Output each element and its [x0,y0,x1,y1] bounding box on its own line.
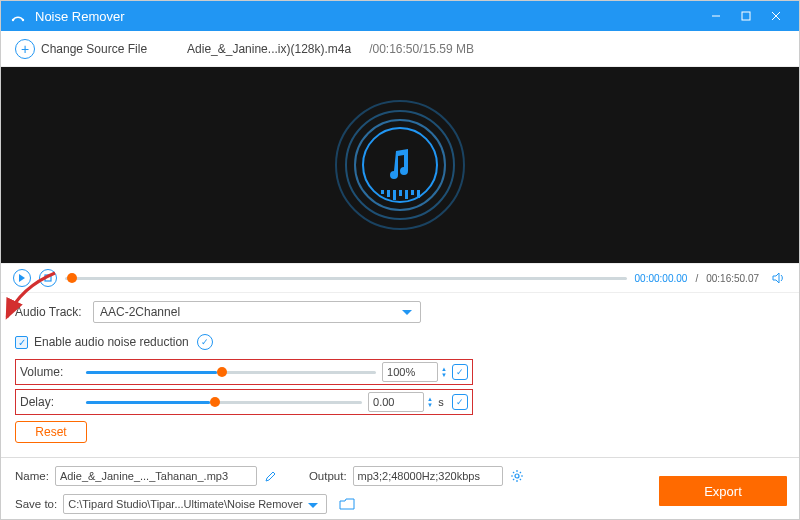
visualizer-rings [335,100,465,230]
delay-input[interactable]: 0.00 [368,392,424,412]
svg-marker-8 [773,273,779,283]
enable-noise-checkbox[interactable]: ✓ [15,336,28,349]
reset-button[interactable]: Reset [15,421,87,443]
play-button[interactable] [13,269,31,287]
close-button[interactable] [761,1,791,31]
svg-point-10 [515,474,519,478]
saveto-select[interactable]: C:\Tipard Studio\Tipar...Ultimate\Noise … [63,494,327,514]
delay-apply-icon[interactable]: ✓ [452,394,468,410]
volume-row: Volume: 100% ▲▼ ✓ [15,359,473,385]
delay-row: Delay: 0.00 ▲▼ s ✓ [15,389,473,415]
svg-rect-7 [45,275,51,281]
stop-button[interactable] [39,269,57,287]
seek-slider[interactable] [65,277,627,280]
time-current: 00:00:00.00 [635,273,688,284]
change-source-label: Change Source File [41,42,147,56]
delay-slider[interactable] [86,401,362,404]
titlebar: Noise Remover [1,1,799,31]
file-toolbar: + Change Source File Adie_&_Janine...ix)… [1,31,799,67]
delay-unit: s [434,396,448,408]
output-format-field[interactable]: mp3;2;48000Hz;320kbps [353,466,503,486]
open-folder-icon[interactable] [339,496,355,512]
svg-marker-6 [19,274,25,282]
output-name-field[interactable]: Adie_&_Janine_..._Tahanan_.mp3 [55,466,257,486]
plus-icon: + [15,39,35,59]
noise-apply-icon[interactable]: ✓ [197,334,213,350]
window-title: Noise Remover [35,9,125,24]
delay-thumb[interactable] [210,397,220,407]
source-filename: Adie_&_Janine...ix)(128k).m4a [187,42,351,56]
playback-bar: 00:00:00.00/00:16:50.07 [1,263,799,293]
output-settings-icon[interactable] [509,468,525,484]
audio-controls: Audio Track: AAC-2Channel ✓ Enable audio… [1,293,799,443]
name-label: Name: [15,470,49,482]
output-panel: Name: Adie_&_Janine_..._Tahanan_.mp3 Out… [1,457,799,519]
audio-track-label: Audio Track: [15,305,93,319]
saveto-label: Save to: [15,498,57,510]
time-total: 00:16:50.07 [706,273,759,284]
export-button[interactable]: Export [659,476,787,506]
delay-stepper[interactable]: ▲▼ [426,396,434,408]
minimize-button[interactable] [701,1,731,31]
music-note-icon [386,147,414,183]
output-label: Output: [309,470,347,482]
seek-thumb[interactable] [67,273,77,283]
maximize-button[interactable] [731,1,761,31]
svg-rect-3 [742,12,750,20]
volume-icon[interactable] [771,270,787,286]
volume-slider[interactable] [86,371,376,374]
volume-stepper[interactable]: ▲▼ [440,366,448,378]
edit-name-icon[interactable] [263,468,279,484]
volume-label: Volume: [20,365,80,379]
svg-point-0 [12,19,14,21]
volume-apply-icon[interactable]: ✓ [452,364,468,380]
delay-label: Delay: [20,395,80,409]
svg-point-1 [22,19,24,21]
audio-preview [1,67,799,263]
audio-track-select[interactable]: AAC-2Channel [93,301,421,323]
volume-thumb[interactable] [217,367,227,377]
source-file-info: /00:16:50/15.59 MB [369,42,474,56]
change-source-file-button[interactable]: + Change Source File [15,39,147,59]
equalizer-icon [381,190,420,200]
app-logo-icon [9,7,27,25]
volume-input[interactable]: 100% [382,362,438,382]
enable-noise-label: Enable audio noise reduction [34,335,189,349]
audio-track-value: AAC-2Channel [100,305,180,319]
